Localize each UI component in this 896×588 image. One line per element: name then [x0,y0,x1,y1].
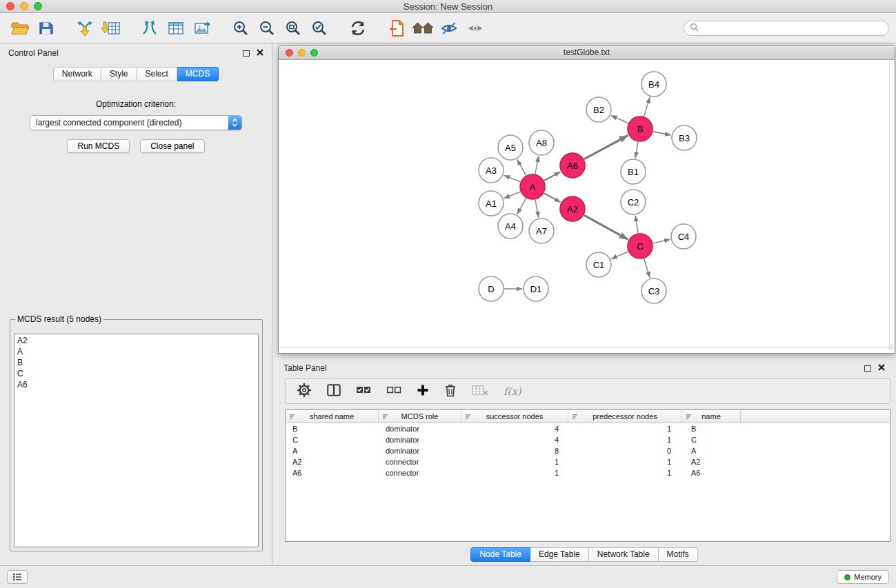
run-mcds-button[interactable]: Run MCDS [67,139,130,153]
birdseye-icon[interactable] [462,17,488,40]
refresh-icon[interactable] [345,17,371,40]
edge-A-A4[interactable] [517,199,526,214]
table-cell[interactable]: C [682,434,741,445]
tab-mcds[interactable]: MCDS [177,67,219,81]
table-cell[interactable]: 1 [461,456,568,467]
edge-B-B2[interactable] [611,115,628,123]
edge-B-B1[interactable] [635,142,638,158]
table-row[interactable]: Bdominator41B [286,423,890,434]
table-cell[interactable]: dominator [379,445,461,456]
node-B1[interactable]: B1 [621,159,646,184]
node-C3[interactable]: C3 [641,278,666,303]
search-input[interactable] [702,23,883,33]
node-C2[interactable]: C2 [621,190,646,214]
zoom-out-icon[interactable] [254,17,280,40]
table-cell[interactable]: 8 [461,445,568,456]
result-item[interactable]: A [14,346,258,357]
table-row[interactable]: A2connector11A2 [286,456,890,467]
table-tab-network-table[interactable]: Network Table [589,547,659,562]
edge-B-B4[interactable] [644,97,650,116]
node-A7[interactable]: A7 [529,219,554,243]
table-cell[interactable]: B [286,423,379,434]
mcds-result-list[interactable]: A2ABCA6 [14,334,259,547]
import-table-icon[interactable] [98,17,124,40]
table-cell[interactable]: A2 [286,456,379,467]
network-minimize-button[interactable] [298,49,306,57]
vertical-scrollbar[interactable] [889,60,895,347]
import-network-icon[interactable] [72,17,98,40]
result-item[interactable]: A6 [14,379,258,390]
table-cell[interactable]: A2 [682,456,741,467]
edge-C-C3[interactable] [644,258,650,278]
network-zoom-button[interactable] [310,49,318,57]
node-A[interactable]: A [520,174,545,199]
zoom-window-button[interactable] [34,2,42,10]
edge-A-A1[interactable] [504,192,521,199]
node-D1[interactable]: D1 [524,276,548,301]
close-window-button[interactable] [6,2,14,10]
memory-button[interactable]: Memory [837,570,889,584]
horizontal-scrollbar[interactable] [279,347,889,353]
table-cell[interactable]: A [286,445,379,456]
optimization-dropdown[interactable]: largest connected component (directed) [30,115,242,130]
node-D[interactable]: D [479,276,504,301]
result-item[interactable]: B [14,357,258,368]
table-cell[interactable]: A6 [286,467,379,478]
node-A8[interactable]: A8 [529,130,554,155]
network-svg[interactable]: B4B2BB3B1A5A8A6A3AA1A2A4A7C2C4CC1C3DD1 [279,60,889,348]
network-window-titlebar[interactable]: testGlobe.txt [279,45,895,60]
snapshot-icon[interactable] [384,17,410,40]
column-header-MCDS-role[interactable]: MCDS role [379,410,461,423]
node-C1[interactable]: C1 [586,252,611,277]
table-cell[interactable]: dominator [379,434,461,445]
trash-icon[interactable] [444,383,457,400]
tab-select[interactable]: Select [137,67,177,81]
table-tab-motifs[interactable]: Motifs [659,547,698,562]
table-cell[interactable]: A6 [682,467,741,478]
node-B[interactable]: B [628,116,653,141]
close-panel-button[interactable]: Close panel [140,139,204,153]
open-folder-icon[interactable] [7,17,33,40]
task-history-button[interactable] [7,570,28,584]
function-builder-icon[interactable]: f(x) [504,385,521,398]
select-all-icon[interactable] [356,385,371,398]
table-cell[interactable]: 1 [568,434,682,445]
edge-C-C2[interactable] [635,216,638,233]
network-canvas[interactable]: B4B2BB3B1A5A8A6A3AA1A2A4A7C2C4CC1C3DD1 [279,60,895,353]
edge-A2-C[interactable] [584,215,628,239]
tab-network[interactable]: Network [53,67,101,81]
edge-A-A8[interactable] [535,156,539,174]
gear-icon[interactable] [297,383,312,401]
column-header-name[interactable]: name [682,410,741,423]
table-cell[interactable]: 1 [461,467,568,478]
node-A6[interactable]: A6 [560,153,585,178]
table-tab-edge-table[interactable]: Edge Table [530,547,589,562]
network-close-button[interactable] [286,49,293,57]
details-eye-icon[interactable] [436,17,462,40]
table-tab-node-table[interactable]: Node Table [470,547,530,562]
edge-A6-B[interactable] [584,136,628,159]
table-cell[interactable]: 1 [568,456,682,467]
node-table[interactable]: shared nameMCDS rolesuccessor nodesprede… [285,409,890,542]
node-A1[interactable]: A1 [479,191,504,216]
node-A5[interactable]: A5 [498,135,523,160]
table-cell[interactable]: connector [379,456,461,467]
table-cell[interactable]: C [286,434,379,445]
tab-style[interactable]: Style [101,67,137,81]
result-item[interactable]: A2 [14,335,258,346]
float-panel-icon[interactable] [243,50,250,57]
table-cell[interactable]: connector [379,467,461,478]
split-columns-icon[interactable] [327,384,341,399]
node-C[interactable]: C [628,234,653,258]
table-cell[interactable]: 4 [461,423,568,434]
edge-C-C4[interactable] [653,239,670,243]
delete-table-icon[interactable] [472,384,488,399]
node-B2[interactable]: B2 [586,97,611,122]
column-header-predecessor-nodes[interactable]: predecessor nodes [568,410,682,423]
table-cell[interactable]: 0 [568,445,682,456]
network-share-icon[interactable] [137,17,163,40]
resize-grip-icon[interactable] [887,340,894,352]
table-cell[interactable]: 4 [461,434,568,445]
edge-A-A5[interactable] [517,159,526,175]
node-B3[interactable]: B3 [672,125,697,150]
